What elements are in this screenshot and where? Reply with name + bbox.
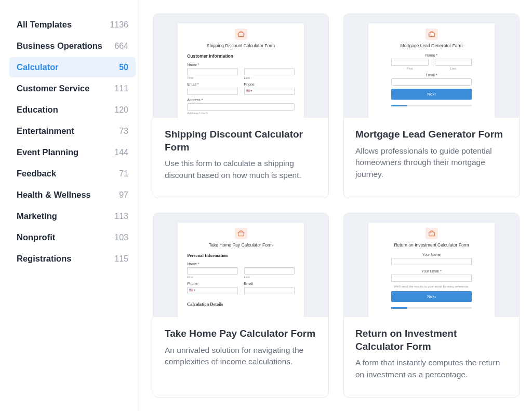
- template-description: Allows professionals to guide potential …: [355, 145, 508, 180]
- preview-form: Take Home Pay Calculator Form Personal I…: [178, 223, 304, 317]
- preview-section-heading: Customer Information: [187, 53, 295, 59]
- preview-form: Return on Investment Calculator Form You…: [368, 223, 495, 317]
- sidebar-item-label: Calculator: [17, 62, 59, 72]
- template-card-take-home-pay[interactable]: Take Home Pay Calculator Form Personal I…: [153, 213, 329, 398]
- preview-title: Shipping Discount Calculator Form: [187, 43, 295, 48]
- template-title: Shipping Discount Calculator Form: [165, 128, 317, 154]
- svg-rect-0: [238, 33, 244, 37]
- template-description: A form that instantly computes the retur…: [355, 357, 508, 380]
- sidebar-item-label: Nonprofit: [17, 232, 55, 242]
- sidebar-item-count: 113: [114, 212, 128, 221]
- sidebar-item-all-templates[interactable]: All Templates1136: [9, 15, 136, 35]
- template-title: Mortgage Lead Generator Form: [355, 128, 508, 141]
- template-preview: Take Home Pay Calculator Form Personal I…: [153, 213, 328, 317]
- sidebar-item-count: 111: [114, 84, 128, 93]
- category-sidebar: All Templates1136Business Operations664C…: [0, 0, 140, 411]
- sidebar-item-label: Feedback: [17, 169, 56, 179]
- template-description: An unrivaled solution for navigating the…: [165, 345, 317, 368]
- sidebar-item-feedback[interactable]: Feedback71: [9, 163, 136, 184]
- sidebar-item-nonprofit[interactable]: Nonprofit103: [9, 227, 136, 248]
- preview-title: Take Home Pay Calculator Form: [187, 242, 295, 248]
- sidebar-item-label: All Templates: [17, 20, 72, 30]
- svg-rect-2: [238, 232, 244, 236]
- preview-section-heading: Personal Information: [187, 253, 295, 258]
- preview-field-label: Name *: [187, 63, 295, 66]
- preview-progress-bar: [391, 105, 472, 106]
- template-card-roi[interactable]: Return on Investment Calculator Form You…: [343, 213, 520, 398]
- template-title: Take Home Pay Calculator Form: [165, 327, 317, 340]
- sidebar-item-count: 97: [119, 190, 128, 200]
- preview-title: Return on Investment Calculator Form: [394, 242, 469, 248]
- template-preview: Return on Investment Calculator Form You…: [344, 213, 519, 317]
- briefcase-icon: [425, 228, 438, 239]
- preview-input: [187, 68, 237, 75]
- briefcase-icon: [235, 228, 247, 239]
- sidebar-item-event-planning[interactable]: Event Planning144: [9, 142, 136, 162]
- sidebar-item-count: 144: [114, 148, 128, 157]
- preview-form: Shipping Discount Calculator Form Custom…: [178, 23, 304, 118]
- template-card-shipping-discount[interactable]: Shipping Discount Calculator Form Custom…: [153, 13, 329, 198]
- sidebar-item-entertainment[interactable]: Entertainment73: [9, 121, 136, 141]
- template-preview: Shipping Discount Calculator Form Custom…: [153, 14, 328, 118]
- sidebar-item-label: Education: [17, 105, 58, 115]
- sidebar-item-label: Business Operations: [17, 41, 102, 51]
- preview-next-button: Next: [391, 291, 472, 302]
- sidebar-item-count: 50: [119, 63, 128, 72]
- template-title: Return on Investment Calculator Form: [355, 327, 508, 353]
- preview-note: We'll send the results to your email for…: [391, 285, 472, 288]
- sidebar-item-label: Entertainment: [17, 126, 74, 136]
- sidebar-item-marketing[interactable]: Marketing113: [9, 206, 136, 226]
- sidebar-item-education[interactable]: Education120: [9, 100, 136, 120]
- template-grid: Shipping Discount Calculator Form Custom…: [140, 0, 532, 411]
- sidebar-item-label: Health & Wellness: [17, 190, 91, 200]
- sidebar-item-business-operations[interactable]: Business Operations664: [9, 36, 136, 56]
- sidebar-item-label: Event Planning: [17, 147, 78, 157]
- preview-section-heading: Calculation Details: [187, 302, 295, 307]
- sidebar-item-label: Marketing: [17, 211, 57, 221]
- sidebar-item-label: Registrations: [17, 254, 71, 264]
- sidebar-item-count: 103: [114, 233, 128, 242]
- sidebar-item-count: 1136: [110, 20, 128, 30]
- sidebar-item-label: Customer Service: [17, 84, 89, 93]
- svg-rect-1: [429, 33, 434, 37]
- preview-form: Mortgage Lead Generator Form Name * Firs…: [368, 23, 495, 118]
- preview-progress-bar: [391, 307, 472, 309]
- preview-input: [244, 68, 295, 75]
- sidebar-item-count: 664: [114, 42, 128, 51]
- preview-title: Mortgage Lead Generator Form: [400, 43, 462, 48]
- sidebar-item-customer-service[interactable]: Customer Service111: [9, 78, 136, 99]
- sidebar-item-count: 115: [114, 254, 128, 264]
- sidebar-item-health-wellness[interactable]: Health & Wellness97: [9, 185, 136, 205]
- sidebar-item-count: 73: [119, 127, 128, 136]
- template-description: Use this form to calculate a shipping di…: [165, 158, 317, 181]
- template-preview: Mortgage Lead Generator Form Name * Firs…: [344, 14, 519, 118]
- preview-next-button: Next: [391, 89, 472, 100]
- sidebar-item-registrations[interactable]: Registrations115: [9, 249, 136, 269]
- sidebar-item-count: 120: [114, 105, 128, 115]
- briefcase-icon: [425, 29, 438, 40]
- svg-rect-3: [429, 232, 434, 236]
- sidebar-item-calculator[interactable]: Calculator50: [9, 57, 136, 77]
- sidebar-item-count: 71: [119, 169, 128, 179]
- template-card-mortgage-lead[interactable]: Mortgage Lead Generator Form Name * Firs…: [343, 13, 520, 198]
- briefcase-icon: [235, 29, 247, 40]
